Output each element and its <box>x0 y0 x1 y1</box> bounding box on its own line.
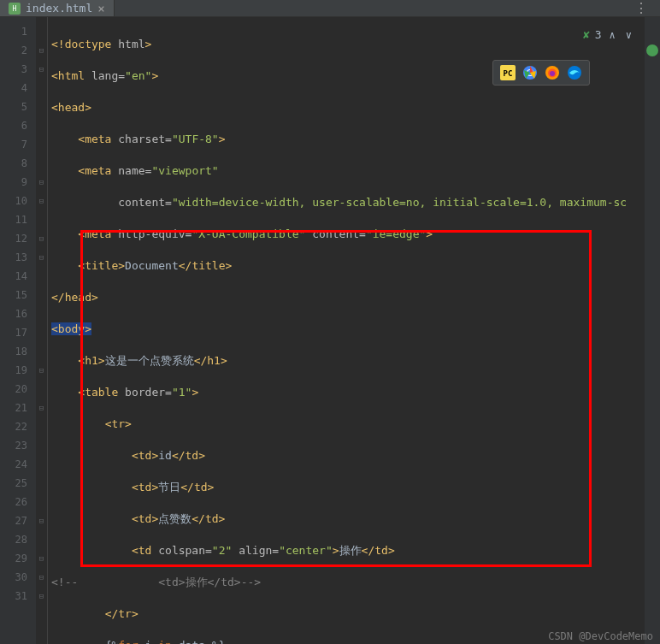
line-number: 12 <box>0 229 27 248</box>
inspection-widget[interactable]: ✘ 3 ∧ ∨ <box>583 28 634 41</box>
pycharm-icon[interactable]: PC <box>500 65 516 80</box>
code-editor[interactable]: <!doctype html> <html lang="en"> <head> … <box>48 17 645 644</box>
line-number: 24 <box>0 455 27 474</box>
line-number: 30 <box>0 568 27 587</box>
right-marker-bar <box>645 17 660 644</box>
line-number: 26 <box>0 493 27 511</box>
fold-column: ⊟ ⊟ ⊟ ⊟ ⊟ ⊟ ⊟ ⊟ ⊟ ⊟ ⊟ ⊟ <box>36 17 48 644</box>
line-number: 7 <box>0 135 27 154</box>
line-number: 16 <box>0 304 27 323</box>
line-number: 28 <box>0 530 27 549</box>
line-number: 19 <box>0 361 27 380</box>
line-number: 13 <box>0 248 27 267</box>
chevron-down-icon[interactable]: ∨ <box>623 29 634 41</box>
svg-text:PC: PC <box>504 69 513 78</box>
fold-handle[interactable] <box>36 22 47 41</box>
line-number: 11 <box>0 210 27 229</box>
fold-handle[interactable]: ⊟ <box>36 587 47 606</box>
line-number: 1 <box>0 22 27 41</box>
file-tab[interactable]: H index.html × <box>0 0 115 16</box>
fold-handle[interactable]: ⊟ <box>36 192 47 210</box>
line-number: 20 <box>0 380 27 399</box>
line-number: 22 <box>0 417 27 436</box>
tab-bar: H index.html × ⋮ <box>0 0 660 17</box>
fold-handle[interactable]: ⊟ <box>36 361 47 380</box>
browser-preview-bar: PC <box>492 60 590 86</box>
line-number: 10 <box>0 192 27 210</box>
line-number: 17 <box>0 323 27 342</box>
chevron-up-icon[interactable]: ∧ <box>607 29 618 41</box>
line-number: 25 <box>0 474 27 493</box>
fold-handle[interactable]: ⊟ <box>36 173 47 192</box>
watermark: CSDN @DevCodeMemo <box>548 630 653 642</box>
line-number: 29 <box>0 549 27 568</box>
svg-text:H: H <box>13 5 17 13</box>
line-number: 9 <box>0 173 27 192</box>
line-number: 27 <box>0 511 27 530</box>
close-tab-icon[interactable]: × <box>97 2 104 15</box>
fold-handle[interactable]: ⊟ <box>36 60 47 79</box>
edge-icon[interactable] <box>567 65 582 80</box>
line-number: 21 <box>0 399 27 417</box>
fold-handle[interactable]: ⊟ <box>36 511 47 530</box>
line-number: 3 <box>0 60 27 79</box>
line-number: 23 <box>0 436 27 455</box>
tab-options-icon[interactable]: ⋮ <box>629 0 653 16</box>
svg-point-9 <box>550 71 555 76</box>
tab-filename: index.html <box>26 2 92 15</box>
html-file-icon: H <box>9 3 21 15</box>
check-icon: ✘ <box>583 28 590 41</box>
editor-main: 1 2 3 4 5 6 7 8 9 10 11 12 13 14 15 16 1… <box>0 17 660 644</box>
line-number: 31 <box>0 587 27 606</box>
line-number-gutter: 1 2 3 4 5 6 7 8 9 10 11 12 13 14 15 16 1… <box>0 17 36 644</box>
fold-handle[interactable]: ⊟ <box>36 229 47 248</box>
line-number: 5 <box>0 97 27 116</box>
fold-handle[interactable]: ⊟ <box>36 568 47 587</box>
line-number: 6 <box>0 116 27 135</box>
line-number: 2 <box>0 41 27 60</box>
line-number: 14 <box>0 267 27 286</box>
fold-handle[interactable]: ⊟ <box>36 248 47 267</box>
line-number: 15 <box>0 286 27 304</box>
fold-handle[interactable]: ⊟ <box>36 399 47 417</box>
line-number: 18 <box>0 342 27 361</box>
chrome-icon[interactable] <box>522 65 538 80</box>
user-avatar-icon[interactable] <box>646 44 658 56</box>
fold-handle[interactable]: ⊟ <box>36 549 47 568</box>
inspection-count: 3 <box>595 28 602 41</box>
fold-handle[interactable]: ⊟ <box>36 41 47 60</box>
line-number: 4 <box>0 79 27 97</box>
line-number: 8 <box>0 154 27 173</box>
firefox-icon[interactable] <box>545 65 560 80</box>
